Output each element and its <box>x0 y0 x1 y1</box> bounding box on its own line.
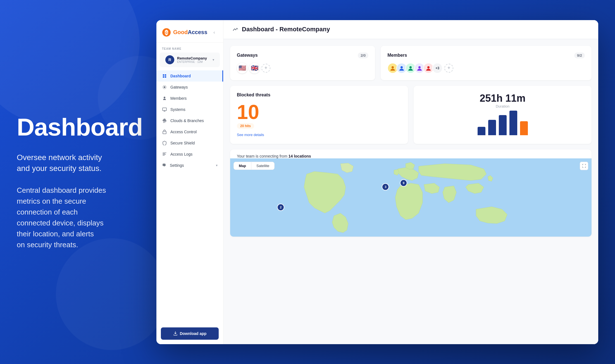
map-container: Map Satellite ⛶ <box>230 158 592 237</box>
dashboard-icon <box>162 73 167 78</box>
team-plan: ENTERPRISE · 12M <box>177 60 210 63</box>
download-icon <box>173 331 178 336</box>
member-more-count: +3 <box>432 63 443 73</box>
main-content: Dashboard - RemoteCompany Gateways 2/0 🇺… <box>223 20 598 344</box>
svg-text:G: G <box>165 31 168 34</box>
svg-point-8 <box>418 66 421 68</box>
logo-text: GoodAccess <box>173 29 207 35</box>
threats-card-title: Blocked threats <box>237 92 270 97</box>
dashboard-grid: Gateways 2/0 🇺🇸 🇬🇧 + Members 9/2 <box>223 39 598 243</box>
left-panel: Dashboard Oversee network activityand yo… <box>0 91 156 273</box>
sidebar-label-clouds-branches: Clouds & Branches <box>170 118 204 123</box>
sidebar-header: G GoodAccess ‹ <box>156 20 223 43</box>
members-badge: 9/2 <box>574 53 585 58</box>
team-avatar: R <box>165 55 174 64</box>
members-card: Members 9/2 <box>381 46 592 80</box>
clouds-icon <box>162 118 167 123</box>
bar-3 <box>499 115 507 135</box>
gateways-card-title: Gateways <box>237 53 258 58</box>
secure-shield-icon <box>162 141 167 146</box>
bar-5-accent <box>520 121 528 135</box>
duration-value: 251h 11m <box>420 92 585 104</box>
map-dot-us[interactable]: 2 <box>277 204 284 211</box>
add-gateway-button[interactable]: + <box>261 64 270 73</box>
settings-chevron-icon: ▾ <box>216 163 218 167</box>
sidebar-label-systems: Systems <box>170 107 185 112</box>
top-cards-row: Gateways 2/0 🇺🇸 🇬🇧 + Members 9/2 <box>230 46 592 80</box>
sidebar-nav: Dashboard Gateways Members Systems <box>156 67 223 323</box>
map-tabs: Map Satellite <box>233 162 275 170</box>
gateways-card: Gateways 2/0 🇺🇸 🇬🇧 + <box>230 46 375 80</box>
sidebar-item-secure-shield[interactable]: Secure Shield <box>156 137 223 149</box>
map-tab-satellite[interactable]: Satellite <box>251 162 274 170</box>
sidebar-item-access-control[interactable]: Access Control <box>156 126 223 137</box>
threat-number: 10 <box>237 102 401 122</box>
svg-point-9 <box>427 66 430 68</box>
page-subtitle: Oversee network activityand your securit… <box>17 152 140 174</box>
logo: G GoodAccess <box>162 28 207 37</box>
expand-map-button[interactable]: ⛶ <box>580 162 588 170</box>
gateway-flags: 🇺🇸 🇬🇧 + <box>237 63 368 73</box>
page-hero-title: Dashboard <box>17 114 140 141</box>
bottom-cards-row: Blocked threats 10 20 hits See more deta… <box>230 86 592 144</box>
svg-point-7 <box>409 66 412 68</box>
team-info: RemoteCompany ENTERPRISE · 12M <box>177 56 210 63</box>
svg-rect-3 <box>163 108 166 111</box>
sidebar-item-settings[interactable]: Settings ▾ <box>156 160 223 171</box>
main-header: Dashboard - RemoteCompany <box>223 20 598 39</box>
map-connecting-text: Your team is connecting from 14 location… <box>237 154 311 158</box>
page-description: Central dashboard providesmetrics on the… <box>17 185 140 250</box>
header-chart-icon <box>232 26 239 33</box>
threat-hits: 20 hits <box>237 123 254 129</box>
settings-left: Settings <box>162 163 184 168</box>
systems-icon <box>162 107 167 112</box>
gateways-badge: 2/0 <box>358 53 368 58</box>
duration-label: Duration <box>420 104 585 108</box>
sidebar-label-access-control: Access Control <box>170 130 197 134</box>
team-label: TEAM NAME <box>162 47 218 50</box>
logo-icon: G <box>162 28 171 37</box>
bar-4 <box>509 111 517 135</box>
page-title: Dashboard - RemoteCompany <box>242 26 330 33</box>
map-tab-map[interactable]: Map <box>234 162 251 170</box>
sidebar-label-access-logs: Access Logs <box>170 152 192 156</box>
svg-point-2 <box>164 86 165 88</box>
sidebar-item-access-logs[interactable]: Access Logs <box>156 149 223 160</box>
map-locations-count: 14 locations <box>289 154 311 158</box>
see-more-details-link[interactable]: See more details <box>237 133 264 137</box>
flag-us: 🇺🇸 <box>237 63 247 73</box>
world-map-svg <box>230 158 592 237</box>
sidebar-label-dashboard: Dashboard <box>170 74 191 78</box>
download-label: Download app <box>180 331 207 336</box>
download-app-button[interactable]: Download app <box>161 327 219 340</box>
team-selector[interactable]: R RemoteCompany ENTERPRISE · 12M ▾ <box>160 53 220 67</box>
sidebar-item-dashboard[interactable]: Dashboard <box>156 70 223 82</box>
members-card-header: Members 9/2 <box>387 53 585 58</box>
bar-1 <box>478 127 485 135</box>
team-chevron-icon: ▾ <box>213 58 214 62</box>
sidebar-item-members[interactable]: Members <box>156 93 223 104</box>
gateways-card-header: Gateways 2/0 <box>237 53 368 58</box>
sidebar-label-settings: Settings <box>170 163 184 168</box>
add-member-button[interactable]: + <box>444 64 453 73</box>
blocked-threats-card: Blocked threats 10 20 hits See more deta… <box>230 86 408 144</box>
sidebar-item-clouds-branches[interactable]: Clouds & Branches <box>156 115 223 126</box>
team-name: RemoteCompany <box>177 56 210 60</box>
gateways-icon <box>162 85 167 90</box>
sidebar-label-gateways: Gateways <box>170 85 188 89</box>
collapse-sidebar-button[interactable]: ‹ <box>211 29 218 36</box>
duration-card: 251h 11m Duration <box>414 86 592 144</box>
svg-rect-4 <box>163 131 166 134</box>
sidebar-item-gateways[interactable]: Gateways <box>156 82 223 93</box>
member-avatars: +3 + <box>387 63 585 73</box>
svg-point-6 <box>401 66 403 68</box>
svg-point-5 <box>392 66 394 68</box>
sidebar-label-secure-shield: Secure Shield <box>170 141 195 145</box>
sidebar-label-members: Members <box>170 96 187 101</box>
map-header: Your team is connecting from 14 location… <box>230 149 592 158</box>
bar-2 <box>488 120 496 135</box>
sidebar-item-systems[interactable]: Systems <box>156 104 223 115</box>
threats-card-header: Blocked threats <box>237 92 401 97</box>
app-window: G GoodAccess ‹ TEAM NAME R RemoteCompany… <box>156 20 598 344</box>
settings-icon <box>162 163 166 168</box>
